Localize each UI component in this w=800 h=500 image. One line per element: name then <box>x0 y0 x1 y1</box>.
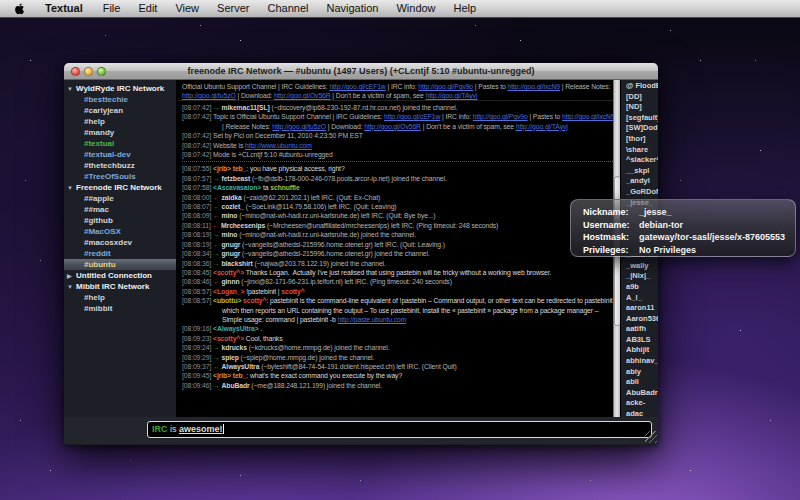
sidebar-item-carlyjean[interactable]: #carlyjean <box>64 105 176 116</box>
server-group-freenode-irc-network[interactable]: ▼Freenode IRC Network <box>64 182 176 193</box>
text-segment: fetzbeast <box>222 175 251 182</box>
apple-menu-icon[interactable] <box>14 3 26 15</box>
text-segment: blackshirt <box>222 260 253 267</box>
link[interactable]: http://goo.gl/ixcN9 <box>508 83 561 90</box>
list-item-user[interactable]: acke- <box>626 398 658 409</box>
message-line: [08:09:29] → spiep (~spiep@home.mmpg.de)… <box>182 353 617 362</box>
list-item-user[interactable]: AbuBadr <box>626 388 658 399</box>
server-group-untitled-connection[interactable]: ▶Untitled Connection <box>64 270 176 281</box>
link[interactable]: http://goo.gl/tu5zO <box>272 123 326 130</box>
list-item-user[interactable]: _andyl <box>626 176 658 187</box>
sidebar-item-mac[interactable]: ##mac <box>64 204 176 215</box>
link[interactable]: http://goo.gl/Pgv9o <box>473 113 528 120</box>
timestamp: [08:08:46] <box>182 278 213 285</box>
text-segment: | IRC info: <box>440 113 473 120</box>
link[interactable]: http://goo.gl/cEF1w <box>329 83 385 90</box>
text-segment: (~fb@dslb-178-000-246-078.pools.arcor-ip… <box>250 175 447 182</box>
list-item-user[interactable]: __skpl <box>626 166 658 177</box>
message-line: [08:08:34] → gnugr (~vangelis@athedsl-21… <box>182 249 617 258</box>
menu-textual[interactable]: Textual <box>36 0 94 17</box>
list-item-user[interactable]: adac <box>626 409 658 417</box>
list-item-user[interactable]: abli <box>626 377 658 388</box>
link[interactable]: http://goo.gl/cEF1w <box>384 113 440 120</box>
list-item-user[interactable]: [segfault] <box>626 113 658 124</box>
link[interactable]: http://www.ubuntu.com <box>245 142 312 149</box>
link[interactable]: http://goo.gl/Pgv9o <box>418 83 473 90</box>
link[interactable]: http://goo.gl/ixcN9 <box>562 113 615 120</box>
sidebar-item-apple[interactable]: ##apple <box>64 193 176 204</box>
title-bar[interactable]: freenode IRC Network — #ubuntu (1497 Use… <box>64 63 658 80</box>
server-group-label: WyldRyde IRC Network <box>76 84 164 93</box>
window-body: ▼WyldRyde IRC Network#besttechie#carlyje… <box>64 80 658 444</box>
menu-items: TextualFileEditViewServerChannelNavigati… <box>36 0 485 17</box>
list-item-user[interactable]: _|Nix|_ <box>626 271 658 282</box>
link[interactable]: http://goo.gl/TAyvj <box>425 92 477 99</box>
server-group-mibbit-irc-network[interactable]: ▼Mibbit IRC Network <box>64 281 176 292</box>
sidebar-item-textual[interactable]: #textual <box>64 138 176 149</box>
timestamp: [08:07:58] <box>182 184 213 191</box>
sidebar-item-reddit[interactable]: #reddit <box>64 248 176 259</box>
list-item-user[interactable]: _wally <box>626 261 658 272</box>
text-segment: teb_ <box>233 165 247 172</box>
sidebar-item-thetechbuzz[interactable]: #thetechbuzz <box>64 160 176 171</box>
menu-server[interactable]: Server <box>208 0 258 17</box>
sidebar-item-ubuntu[interactable]: #ubuntu <box>64 259 176 270</box>
list-item-user[interactable]: Abhijit <box>626 345 658 356</box>
list-item-user[interactable]: aaron11 <box>626 303 658 314</box>
text-segment: → <box>213 250 222 257</box>
message-input[interactable]: IRC is awesome! <box>147 421 652 438</box>
triangle-down-icon[interactable]: ▼ <box>67 284 76 290</box>
sidebar-item-macosxdev[interactable]: #macosxdev <box>64 237 176 248</box>
server-group-wyldryde-irc-network[interactable]: ▼WyldRyde IRC Network <box>64 83 176 94</box>
list-item-user[interactable]: [ND] <box>626 102 658 113</box>
menu-edit[interactable]: Edit <box>129 0 166 17</box>
link[interactable]: http://paste.ubuntu.com <box>337 316 406 323</box>
list-item-user[interactable]: A_l_ <box>626 293 658 304</box>
text-segment: → <box>213 104 222 111</box>
message-line: [08:08:57] <ubottu> scotty^: pastebinit … <box>182 296 617 324</box>
link[interactable]: http://goo.gl/tu5zO <box>182 92 236 99</box>
list-item-user[interactable]: abhinav_singh <box>626 356 658 367</box>
sidebar-item-textual-dev[interactable]: #textual-dev <box>64 149 176 160</box>
link[interactable]: http://goo.gl/Ov56R <box>364 123 421 130</box>
sidebar-item-mibbit[interactable]: #mibbit <box>64 303 176 314</box>
sidebar-item-help[interactable]: #help <box>64 292 176 303</box>
triangle-down-icon[interactable]: ▼ <box>67 185 76 191</box>
sidebar-item-help[interactable]: #help <box>64 116 176 127</box>
sidebar-item-github[interactable]: #github <box>64 215 176 226</box>
message-line: [08:08:46] ← ginnn (~jinxi@82-171-96-231… <box>182 277 617 286</box>
list-item-user[interactable]: a9b <box>626 282 658 293</box>
list-item-user[interactable]: abiy <box>626 367 658 378</box>
list-item-user[interactable]: @ FloodBot2 <box>626 81 658 92</box>
menu-channel[interactable]: Channel <box>258 0 317 17</box>
list-item-user[interactable]: [thor] <box>626 134 658 145</box>
menu-help[interactable]: Help <box>445 0 486 17</box>
sidebar-item-mandy[interactable]: #mandy <box>64 127 176 138</box>
menu-navigation[interactable]: Navigation <box>317 0 387 17</box>
list-item-user[interactable]: \share <box>626 145 658 156</box>
list-item-user[interactable]: [DD] <box>626 92 658 103</box>
message-line: [08:09:46] → AbuBadr (~me@188.248.121.19… <box>182 381 617 390</box>
sidebar-item-MacOSX[interactable]: #MacOSX <box>64 226 176 237</box>
link[interactable]: http://goo.gl/TAyvj <box>516 123 568 130</box>
sidebar-item-TreeOfSouls[interactable]: #TreeOfSouls <box>64 171 176 182</box>
text-segment: is <box>168 424 180 434</box>
menu-window[interactable]: Window <box>387 0 444 17</box>
triangle-down-icon[interactable]: ▼ <box>67 86 76 92</box>
menu-file[interactable]: File <box>94 0 130 17</box>
text-segment: Set by Pici on December 11, 2010 4:23:50… <box>213 132 363 139</box>
list-item-user[interactable]: ^slacker^ <box>626 155 658 166</box>
resize-grip-icon[interactable] <box>645 431 657 443</box>
list-item-user[interactable]: Aaron5367|detach <box>626 314 658 325</box>
list-item-user[interactable]: _GoRDoN_ <box>626 187 658 198</box>
text-segment: ginnn <box>222 278 240 285</box>
list-item-user[interactable]: AB3LS <box>626 335 658 346</box>
message-line: [08:07:42] Topic is Official Ubuntu Supp… <box>182 112 617 131</box>
triangle-right-icon[interactable]: ▶ <box>67 272 76 279</box>
sidebar-item-besttechie[interactable]: #besttechie <box>64 94 176 105</box>
tooltip-row: Nickname:_jesse_ <box>583 206 795 219</box>
link[interactable]: http://goo.gl/Ov56R <box>274 92 331 99</box>
menu-view[interactable]: View <box>166 0 208 17</box>
list-item-user[interactable]: aatifh <box>626 324 658 335</box>
list-item-user[interactable]: [SW]Dodge`oFF <box>626 123 658 134</box>
